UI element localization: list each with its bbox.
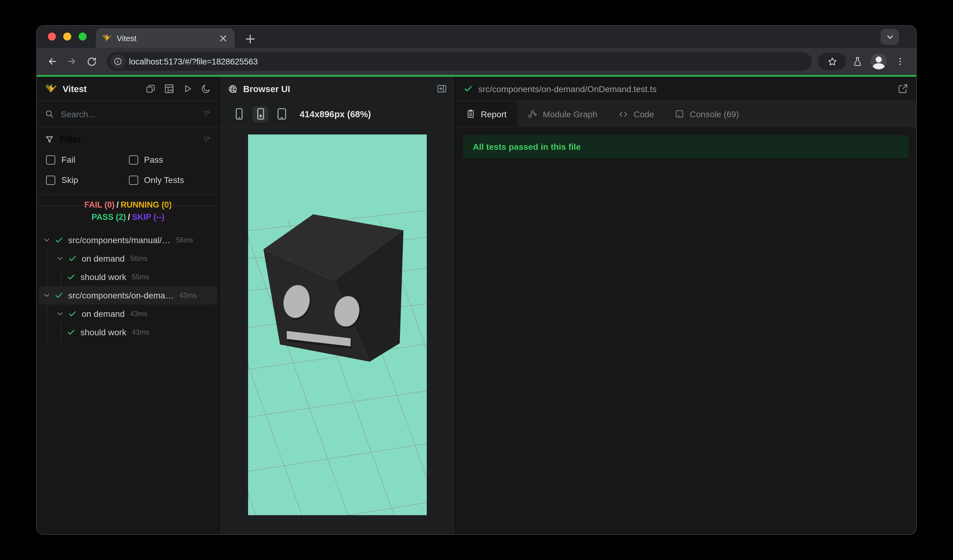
- tree-row-suite[interactable]: on demand 56ms: [39, 249, 217, 268]
- report-header: src/components/on-demand/OnDemand.test.t…: [456, 77, 916, 101]
- report-panel: src/components/on-demand/OnDemand.test.t…: [456, 77, 916, 534]
- globe-icon: [228, 84, 237, 94]
- report-tabbar: Report Module Graph Code: [456, 101, 916, 127]
- test-tree: src/components/manual/… 56ms on demand 5…: [37, 231, 219, 341]
- pass-check-icon: [55, 291, 63, 299]
- tree-row-file[interactable]: src/components/manual/… 56ms: [39, 231, 217, 249]
- forward-button[interactable]: [63, 52, 81, 71]
- search-row: [37, 101, 219, 127]
- test-summary: FAIL (0)/RUNNING (0) PASS (2)/SKIP (--): [37, 195, 219, 229]
- pass-check-icon: [464, 84, 473, 93]
- close-window-button[interactable]: [48, 33, 56, 40]
- robot-cube: [264, 214, 404, 361]
- tree-row-test[interactable]: should work 43ms: [39, 323, 217, 341]
- chevron-down-icon[interactable]: [56, 254, 64, 263]
- new-tab-button[interactable]: [242, 31, 258, 47]
- checkbox-box[interactable]: [129, 155, 138, 164]
- zoom-window-button[interactable]: [79, 33, 87, 40]
- site-info-icon[interactable]: [110, 54, 125, 69]
- chevron-down-icon[interactable]: [42, 291, 51, 299]
- pass-check-icon: [67, 273, 76, 281]
- sidebar-header: Vitest: [37, 77, 219, 101]
- search-icon: [45, 109, 54, 118]
- tab-module-graph[interactable]: Module Graph: [517, 101, 608, 127]
- experiments-flask-icon[interactable]: [847, 51, 867, 71]
- minimize-window-button[interactable]: [63, 33, 71, 40]
- vitest-favicon: [102, 33, 112, 43]
- clear-filter-icon[interactable]: [202, 135, 211, 144]
- checkbox-box[interactable]: [129, 175, 138, 185]
- browser-toolbar: localhost:5173/#/?file=1828625563: [37, 48, 916, 75]
- pass-check-icon: [55, 236, 63, 244]
- tab-strip: Vitest: [37, 26, 916, 48]
- panel-right-icon[interactable]: [436, 84, 447, 94]
- back-button[interactable]: [43, 52, 61, 71]
- device-phone-large-button[interactable]: [274, 106, 290, 122]
- summary-line-1: FAIL (0)/RUNNING (0): [37, 199, 219, 211]
- menu-dots-icon[interactable]: [890, 51, 910, 71]
- pass-check-icon: [67, 328, 76, 337]
- tab-title: Vitest: [117, 34, 213, 43]
- reload-button[interactable]: [82, 52, 101, 71]
- pass-check-icon: [68, 254, 77, 263]
- filter-section: Filter Fail Pass: [37, 127, 219, 195]
- filter-title: Filter: [60, 134, 81, 145]
- dark-mode-moon-icon[interactable]: [201, 84, 211, 94]
- device-phone-add-button[interactable]: [252, 106, 269, 122]
- bookmark-star-icon[interactable]: [818, 53, 846, 70]
- sidebar-title: Vitest: [63, 84, 87, 94]
- checkbox-box[interactable]: [46, 155, 55, 164]
- pass-check-icon: [68, 309, 77, 318]
- tab-report[interactable]: Report: [456, 101, 517, 127]
- module-graph-icon: [528, 109, 537, 119]
- tree-row-file-selected[interactable]: src/components/on-dema… 43ms: [39, 286, 217, 304]
- collapse-windows-icon[interactable]: [146, 84, 156, 94]
- browser-ui-header: Browser UI: [220, 77, 455, 101]
- checkbox-fail[interactable]: Fail: [46, 154, 129, 166]
- tab-close-icon[interactable]: [217, 33, 228, 43]
- tab-code[interactable]: Code: [608, 101, 665, 127]
- traffic-lights: [48, 33, 87, 40]
- tab-console[interactable]: Console (69): [664, 101, 749, 127]
- search-input[interactable]: [60, 109, 197, 119]
- viewport-size-label: 414x896px (68%): [300, 109, 371, 119]
- open-external-icon[interactable]: [898, 84, 908, 94]
- summary-line-2: PASS (2)/SKIP (--): [37, 211, 219, 223]
- vitest-logo: [45, 82, 57, 95]
- test-file-path: src/components/on-demand/OnDemand.test.t…: [478, 84, 657, 94]
- browser-tab[interactable]: Vitest: [96, 28, 234, 48]
- browser-ui-title: Browser UI: [243, 84, 290, 94]
- funnel-icon: [45, 135, 54, 144]
- vitest-app: Vitest: [37, 77, 916, 534]
- url-text: localhost:5173/#/?file=1828625563: [129, 57, 258, 66]
- run-all-play-icon[interactable]: [182, 84, 193, 94]
- tree-row-suite[interactable]: on demand 43ms: [39, 304, 217, 323]
- console-icon: [675, 109, 684, 118]
- code-icon: [618, 109, 628, 119]
- report-clipboard-icon: [466, 109, 475, 118]
- profile-avatar[interactable]: [871, 53, 887, 70]
- chevron-down-icon[interactable]: [56, 309, 64, 318]
- browser-ui-panel: Browser UI 414x896px: [220, 77, 456, 534]
- sidebar: Vitest: [37, 77, 220, 534]
- chevron-down-icon[interactable]: [42, 236, 51, 244]
- checkbox-skip[interactable]: Skip: [46, 174, 129, 186]
- device-phone-small-button[interactable]: [231, 106, 247, 122]
- checkbox-pass[interactable]: Pass: [129, 154, 211, 166]
- clear-search-filter-icon[interactable]: [202, 109, 211, 118]
- tab-search-chevron-button[interactable]: [880, 29, 899, 45]
- checkbox-only-tests[interactable]: Only Tests: [129, 174, 211, 186]
- url-bar[interactable]: localhost:5173/#/?file=1828625563: [107, 52, 812, 71]
- checkbox-box[interactable]: [46, 175, 55, 185]
- tree-row-test[interactable]: should work 55ms: [39, 268, 217, 286]
- all-tests-passed-banner: All tests passed in this file: [463, 135, 909, 158]
- dashboard-report-icon[interactable]: [164, 84, 174, 94]
- device-toolbar: 414x896px (68%): [220, 101, 455, 127]
- browser-window: Vitest: [36, 25, 917, 535]
- test-viewport[interactable]: [248, 135, 427, 515]
- threejs-scene: [248, 135, 427, 515]
- screen: Vitest: [0, 0, 953, 560]
- report-content: All tests passed in this file: [456, 127, 916, 158]
- filter-checkboxes: Fail Pass Skip Only Tests: [45, 154, 211, 186]
